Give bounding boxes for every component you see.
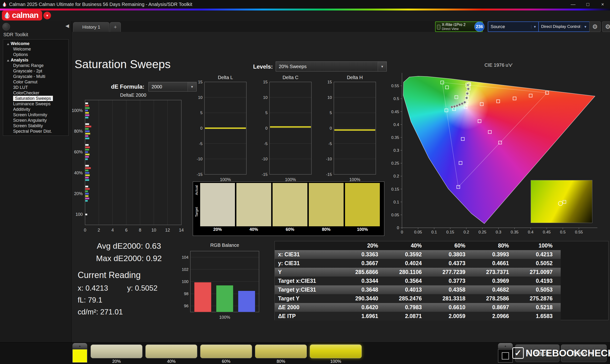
tree-expander-icon[interactable] [7,43,9,45]
svg-text:Delta L: Delta L [218,75,233,80]
bottom-level-40%[interactable]: 40% [145,344,197,364]
cue-expand-button[interactable]: ▲ [72,343,87,349]
svg-text:0.35: 0.35 [511,230,519,234]
levels-dropdown[interactable]: 20% Sweeps ▼ [276,62,387,71]
meter-device-icon [437,25,440,29]
chevron-down-icon: ▼ [531,25,536,29]
pattern-window-button[interactable] [498,349,513,363]
measurement-table: 20%40%60%80%100%x: CIE310.33630.35920.38… [275,241,561,321]
svg-text:0.15: 0.15 [391,187,399,192]
table-cell: 0.3648 [343,286,386,294]
cie-measure-point [466,92,468,95]
svg-text:96: 96 [184,304,188,308]
sidebar-item-welcome[interactable]: Welcome [3,41,68,46]
svg-text:-5: -5 [199,142,203,146]
table-row: Target x:CIE310.33440.35640.37730.39690.… [275,277,561,286]
cie-target-point [513,97,516,100]
settings-gear-icon-2[interactable]: ⚙ [602,21,610,32]
maximize-icon[interactable]: □ [581,0,595,9]
sidebar-item-luminance-sweeps[interactable]: Luminance Sweeps [3,101,68,107]
table-column-header: 100% [517,241,561,250]
cie-zoom-inset [531,180,592,223]
level-label: 20% [91,359,143,364]
sidebar-item-label: Spectral Power Dist. [13,129,52,134]
svg-text:0.45: 0.45 [391,110,399,114]
svg-text:DeltaE 2000: DeltaE 2000 [120,92,146,98]
logo-menu-chevron-icon[interactable]: ▼ [43,12,51,19]
sidebar-item-label: Screen Uniformity [13,112,47,117]
level-label: 80% [255,359,307,364]
sidebar-item-dynamic-range[interactable]: Dynamic Range [3,63,68,68]
actual-row-label: Actual [195,185,198,195]
page-title: Saturation Sweeps [75,58,171,71]
sidebar-item-saturation-sweeps[interactable]: Saturation Sweeps [3,96,68,101]
sidebar-item-additivity[interactable]: Additivity [3,107,68,112]
sidebar-item-grayscale-multi[interactable]: Grayscale - Multi [3,74,68,79]
table-row: y: CIE310.36670.40240.43730.46610.5052 [275,259,561,268]
sidebar-item-screen-angularity[interactable]: Screen Angularity [3,118,68,123]
bottom-level-20%[interactable]: 20% [91,344,143,364]
svg-text:0.4: 0.4 [393,122,399,127]
add-tab-button[interactable]: + [110,22,121,32]
table-cell: 285.2476 [386,294,430,303]
calman-droplet-icon [4,12,10,19]
svg-text:100%: 100% [72,108,83,113]
sidebar-item-label: ColorChecker [13,91,39,95]
svg-text:100%: 100% [349,177,360,182]
svg-text:20%: 20% [74,191,83,196]
saturation-level-buttons: 20%40%60%80%100% [91,344,362,364]
table-row-label: Target x:CIE31 [275,277,343,286]
table-cell: 0.3773 [430,277,473,286]
tree-expander-icon[interactable] [7,60,9,62]
table-row-label: ΔE 2000 [275,303,343,312]
svg-text:0.2: 0.2 [464,230,469,234]
notebookcheck-watermark: ✓ NOTEBOOKCHECK [512,347,610,359]
pattern-window-icon [502,352,509,360]
display-control-label: Direct Display Control [541,24,580,29]
sidebar-item-3d-lut[interactable]: 3D LUT [3,85,68,90]
cie-target-point [488,130,491,134]
titlebar: Calman 2025 Calman Ultimate for Business… [0,0,610,9]
table-cell: 0.3344 [343,277,386,286]
svg-text:0.1: 0.1 [393,200,399,204]
sweep-swatch-label: 60% [273,227,307,232]
svg-text:0.3: 0.3 [496,230,501,234]
sidebar-item-options[interactable]: Options [3,52,68,57]
svg-text:-5: -5 [328,142,332,146]
cie-1976-diagram: CIE 1976 u'v' 00.050.10.150.20.250.30.35… [388,62,609,238]
sidebar-item-spectral-power-dist-[interactable]: Spectral Power Dist. [3,129,68,134]
svg-text:15: 15 [198,80,203,84]
sidebar-item-color-gamut[interactable]: Color Gamut [3,79,68,85]
current-reading-title: Current Reading [78,270,157,280]
calman-logo[interactable]: calman ▼ [2,11,51,21]
sidebar-item-welcome[interactable]: Welcome [3,46,68,52]
cie-measure-point [456,104,458,107]
bottom-level-80%[interactable]: 80% [255,344,307,364]
sidebar-item-grayscale-2pt[interactable]: Grayscale - 2pt [3,68,68,74]
sweep-swatch-40% [236,183,271,226]
sidebar-item-screen-uniformity[interactable]: Screen Uniformity [3,112,68,118]
cie-target-point [461,137,464,141]
minimize-icon[interactable]: — [566,0,581,9]
sidebar-item-colorchecker[interactable]: ColorChecker [3,90,68,96]
svg-text:0.45: 0.45 [543,230,551,234]
bottom-level-60%[interactable]: 60% [200,344,252,364]
table-cell: 0.3993 [473,250,517,259]
meter-mode: Direct View [442,27,478,31]
sidebar-round-button[interactable] [2,23,10,30]
close-icon[interactable]: × [595,0,610,9]
table-cell: 0.3803 [430,250,473,259]
settings-gear-icon[interactable]: ⚙ [589,21,601,32]
display-control-dropdown[interactable]: Direct Display Control ▼ [538,21,590,32]
chevron-down-icon: ▼ [582,25,587,29]
sidebar-item-analysis[interactable]: Analysis [3,57,68,63]
de-formula-dropdown[interactable]: 2000 ▼ [148,82,196,91]
bottom-level-100%[interactable]: 100% [310,344,362,364]
svg-text:0.05: 0.05 [414,230,422,234]
sidebar-item-screen-stability[interactable]: Screen Stability [3,123,68,129]
cie-measure-point [461,103,463,105]
display-expand-button[interactable]: ▲ [498,343,513,349]
sidebar-collapse-icon[interactable]: ◀ [65,23,69,29]
tab-history-1[interactable]: History 1 [73,22,109,32]
source-dropdown[interactable]: Source ▼ [488,21,539,32]
